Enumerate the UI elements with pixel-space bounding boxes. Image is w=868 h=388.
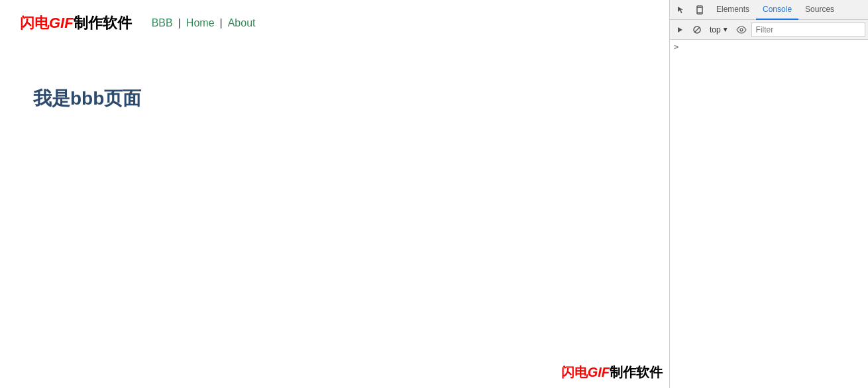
site-header: 闪电GIF制作软件 BBB | Home | About [0,0,669,46]
nav-bbb-link[interactable]: BBB [152,17,173,29]
svg-point-3 [700,13,700,13]
svg-marker-4 [678,27,682,32]
devtools-filter-input[interactable] [751,23,865,37]
watermark-bottom: 闪电GIF制作软件 [561,364,663,381]
devtools-run-button[interactable] [673,23,687,37]
devtools-panel: Elements Console Sources top ▼ [669,0,868,388]
watermark-gif: GIF [588,365,610,379]
watermark-rest: 制作软件 [610,365,663,379]
page-content: 我是bbb页面 [0,46,669,151]
site-logo: 闪电GIF制作软件 [20,13,132,33]
context-label: top [710,25,721,34]
logo-rest-text: 制作软件 [74,15,132,31]
svg-rect-0 [697,6,702,14]
logo-flash-text: 闪电 [20,15,49,31]
page-heading: 我是bbb页面 [33,86,636,111]
context-dropdown-icon: ▼ [722,26,729,33]
watermark-flash: 闪电 [561,365,588,379]
console-chevron[interactable]: > [674,42,678,52]
nav-separator-2: | [220,17,223,29]
devtools-device-icon[interactable] [691,1,708,19]
nav-separator-1: | [178,17,181,29]
svg-point-7 [740,28,743,31]
nav-home-link[interactable]: Home [186,17,215,29]
nav-about-link[interactable]: About [228,17,256,29]
devtools-context-select[interactable]: top ▼ [707,24,732,36]
tab-elements[interactable]: Elements [710,0,756,20]
logo-gif-text: GIF [49,15,74,31]
svg-line-6 [694,27,700,32]
devtools-secondary-toolbar: top ▼ [670,20,868,40]
devtools-console-area: > [670,40,868,388]
browser-content: 闪电GIF制作软件 BBB | Home | About 我是bbb页面 闪电G… [0,0,669,388]
devtools-eye-button[interactable] [734,23,749,37]
devtools-tabs: Elements Console Sources [710,0,865,20]
devtools-inspect-icon[interactable] [673,1,690,19]
tab-sources[interactable]: Sources [798,0,841,20]
devtools-top-toolbar: Elements Console Sources [670,0,868,20]
tab-console[interactable]: Console [756,0,798,20]
devtools-clear-button[interactable] [690,23,704,37]
site-nav: BBB | Home | About [152,17,256,29]
